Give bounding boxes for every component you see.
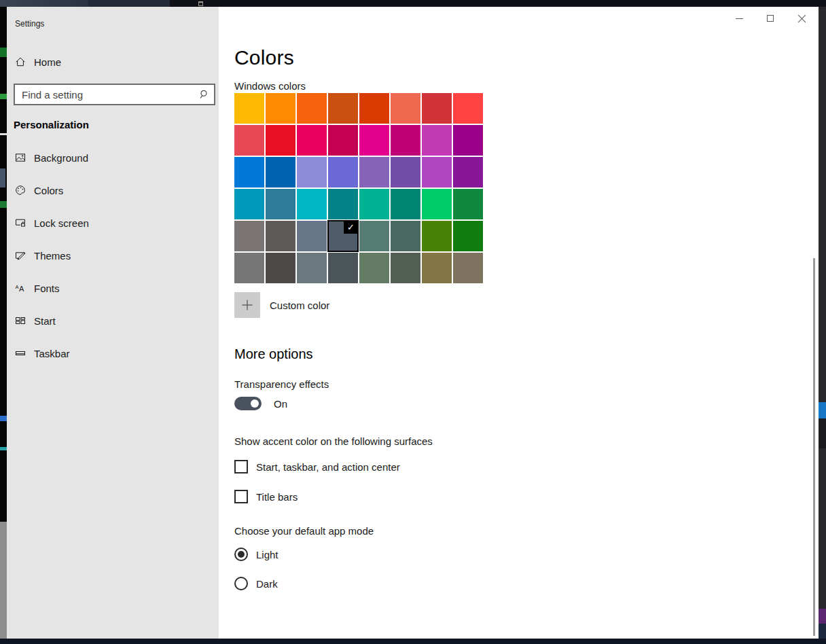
color-swatch[interactable] xyxy=(266,93,295,124)
sidebar-item-background[interactable]: Background xyxy=(7,147,219,168)
radio-button[interactable] xyxy=(234,548,248,561)
color-swatch[interactable] xyxy=(297,157,327,187)
color-swatch[interactable] xyxy=(453,189,483,219)
color-swatch[interactable] xyxy=(328,93,358,124)
color-swatch[interactable] xyxy=(359,157,389,187)
background-fragment xyxy=(0,48,7,57)
background-fragment xyxy=(0,133,7,135)
background-fragment xyxy=(0,94,7,99)
color-swatch[interactable] xyxy=(391,93,420,124)
close-button[interactable] xyxy=(786,7,817,30)
background-fragment xyxy=(819,624,826,639)
home-icon xyxy=(15,56,26,67)
color-swatch[interactable] xyxy=(422,189,452,219)
color-swatch[interactable] xyxy=(453,253,483,283)
app-mode-list: LightDark xyxy=(234,547,279,605)
toggle-state-label: On xyxy=(274,398,287,410)
start-tiles-icon xyxy=(15,315,26,326)
image-icon xyxy=(15,152,26,163)
color-swatch[interactable] xyxy=(297,125,327,156)
transparency-toggle[interactable] xyxy=(234,397,262,410)
color-swatch[interactable] xyxy=(359,125,389,156)
sidebar-item-colors[interactable]: Colors xyxy=(7,179,219,201)
checkbox[interactable] xyxy=(234,490,248,503)
minimize-button[interactable] xyxy=(723,7,755,30)
color-swatch[interactable]: ✓ xyxy=(328,221,358,251)
color-swatch[interactable] xyxy=(359,221,389,251)
color-swatch[interactable] xyxy=(422,253,452,283)
color-swatch[interactable] xyxy=(328,189,358,219)
wallpaper-fragment xyxy=(88,0,170,7)
color-swatch[interactable] xyxy=(359,189,389,219)
color-swatch[interactable] xyxy=(359,253,389,283)
checkbox-label: Title bars xyxy=(256,491,298,503)
magnifier-icon xyxy=(198,89,209,100)
color-swatch[interactable] xyxy=(297,189,327,219)
color-swatch[interactable] xyxy=(453,157,483,187)
color-swatch[interactable] xyxy=(234,125,264,156)
color-swatch[interactable] xyxy=(234,189,264,219)
color-swatch[interactable] xyxy=(234,157,264,187)
color-swatch[interactable] xyxy=(391,125,420,156)
color-swatch[interactable] xyxy=(234,253,264,283)
color-swatch[interactable] xyxy=(266,221,295,251)
color-swatch[interactable] xyxy=(453,125,483,156)
color-swatch[interactable] xyxy=(422,157,452,187)
color-swatch[interactable] xyxy=(453,221,483,251)
main-pane: Colors Windows colors ✓ Custom color Mor… xyxy=(219,7,819,639)
color-swatch[interactable] xyxy=(266,125,295,156)
color-swatch[interactable] xyxy=(391,189,420,219)
color-swatch[interactable] xyxy=(359,93,389,124)
color-swatch[interactable] xyxy=(328,125,358,156)
color-swatch[interactable] xyxy=(266,253,295,283)
sidebar-item-label: Colors xyxy=(34,185,63,196)
color-swatch[interactable] xyxy=(266,157,295,187)
vertical-scrollbar[interactable] xyxy=(813,258,815,636)
color-swatch[interactable] xyxy=(266,189,295,219)
color-swatch[interactable] xyxy=(453,93,483,124)
color-swatch[interactable] xyxy=(422,93,452,124)
color-swatch[interactable] xyxy=(422,221,452,251)
radio-row[interactable]: Light xyxy=(234,547,279,562)
sidebar-item-fonts[interactable]: A A Fonts xyxy=(7,277,219,299)
sidebar-item-label: Home xyxy=(34,56,61,68)
radio-button[interactable] xyxy=(234,577,248,590)
windows-colors-grid: ✓ xyxy=(234,93,483,283)
color-swatch[interactable] xyxy=(391,253,420,283)
svg-text:A: A xyxy=(19,285,24,293)
radio-row[interactable]: Dark xyxy=(234,576,279,591)
custom-color-row: Custom color xyxy=(234,292,329,318)
transparency-toggle-row: On xyxy=(234,397,287,410)
background-fragment xyxy=(0,416,7,421)
color-swatch[interactable] xyxy=(234,93,264,124)
color-swatch[interactable] xyxy=(297,221,327,251)
sidebar-item-taskbar[interactable]: Taskbar xyxy=(7,342,219,364)
color-swatch[interactable] xyxy=(328,253,358,283)
checkbox-row[interactable]: Start, taskbar, and action center xyxy=(234,459,400,474)
color-swatch[interactable] xyxy=(391,221,420,251)
search-box[interactable]: Find a setting xyxy=(14,84,215,105)
checkbox-row[interactable]: Title bars xyxy=(234,489,400,504)
themes-icon xyxy=(15,250,26,261)
window-controls xyxy=(723,7,817,30)
sidebar-item-label: Fonts xyxy=(34,283,60,294)
sidebar-item-themes[interactable]: Themes xyxy=(7,245,219,266)
background-fragment xyxy=(819,609,826,624)
plus-icon xyxy=(240,298,254,312)
checkmark-icon: ✓ xyxy=(344,221,358,234)
color-swatch[interactable] xyxy=(234,221,264,251)
maximize-button[interactable] xyxy=(755,7,786,30)
color-swatch[interactable] xyxy=(297,93,327,124)
color-swatch[interactable] xyxy=(297,253,327,283)
sidebar-item-start[interactable]: Start xyxy=(7,310,219,332)
color-swatch[interactable] xyxy=(422,125,452,156)
sidebar-item-home[interactable]: Home xyxy=(7,51,219,73)
custom-color-button[interactable] xyxy=(234,292,260,318)
sidebar-section-heading: Personalization xyxy=(14,119,89,130)
background-fragment xyxy=(0,168,5,187)
color-swatch[interactable] xyxy=(391,157,420,187)
color-swatch[interactable] xyxy=(328,157,358,187)
sidebar-item-lock-screen[interactable]: Lock screen xyxy=(7,212,219,234)
lock-screen-icon xyxy=(15,217,26,228)
checkbox[interactable] xyxy=(234,460,248,473)
